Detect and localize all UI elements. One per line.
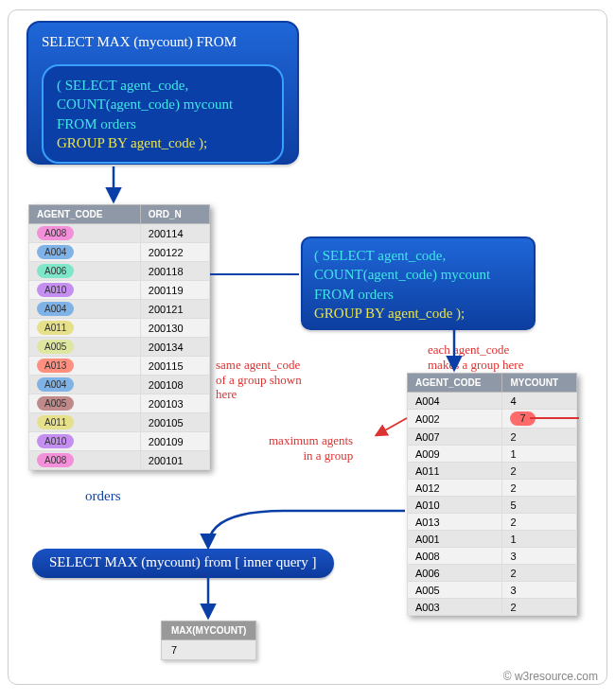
ord-cell: 200105 xyxy=(140,413,209,432)
inner-l4: GROUP BY agent_code ); xyxy=(57,133,269,152)
table-row: A010200109 xyxy=(29,432,210,451)
count-cell: 2 xyxy=(502,429,577,446)
table-row: A010200119 xyxy=(29,281,210,300)
agent-cell: A010 xyxy=(408,497,502,514)
table-row: A0044 xyxy=(408,393,577,410)
table-row: A011200130 xyxy=(29,319,210,338)
table-row: A0132 xyxy=(408,514,577,531)
inner2-l1: ( SELECT agent_code, xyxy=(314,246,522,265)
ord-cell: 200122 xyxy=(140,243,209,262)
agent-pill: A013 xyxy=(37,359,74,373)
count-cell: 4 xyxy=(502,393,577,410)
table-row: A0011 xyxy=(408,531,577,548)
agent-pill: A004 xyxy=(37,245,74,259)
agent-cell: A008 xyxy=(408,548,502,565)
table-row: A005200103 xyxy=(29,394,210,413)
table-row: A008200101 xyxy=(29,451,210,470)
note-same-group: same agent_code of a group shown here xyxy=(216,358,302,402)
orders-caption: orders xyxy=(85,488,121,504)
inner2-l4: GROUP BY agent_code ); xyxy=(314,304,522,323)
note-max: maximum agents in a group xyxy=(269,433,353,463)
orders-th-ord: ORD_N xyxy=(140,205,209,224)
table-row: A0122 xyxy=(408,480,577,497)
agent-cell: A013 xyxy=(408,514,502,531)
table-row: A011200105 xyxy=(29,413,210,432)
table-row: A0062 xyxy=(408,565,577,582)
agent-pill: A008 xyxy=(37,226,74,240)
agent-cell: A012 xyxy=(408,480,502,497)
table-row: A0027 xyxy=(408,410,577,429)
inner-l3: FROM orders xyxy=(57,114,269,133)
ord-cell: 200103 xyxy=(140,394,209,413)
count-cell: 2 xyxy=(502,514,577,531)
count-cell: 5 xyxy=(502,497,577,514)
ord-cell: 200108 xyxy=(140,376,209,394)
inner2-l3: FROM orders xyxy=(314,285,522,304)
agent-cell: A011 xyxy=(408,463,502,480)
table-row: A0105 xyxy=(408,497,577,514)
agent-pill: A004 xyxy=(37,302,74,316)
table-row: A013200115 xyxy=(29,357,210,376)
ord-cell: 200134 xyxy=(140,338,209,357)
ord-cell: 200118 xyxy=(140,262,209,281)
count-cell: 2 xyxy=(502,480,577,497)
table-row: A0053 xyxy=(408,582,577,599)
agent-cell: A007 xyxy=(408,429,502,446)
agent-pill: A010 xyxy=(37,434,74,448)
ord-cell: 200119 xyxy=(140,281,209,300)
agent-pill: A006 xyxy=(37,264,74,278)
inner-query-card-right: ( SELECT agent_code, COUNT(agent_code) m… xyxy=(301,236,536,330)
ord-cell: 200121 xyxy=(140,300,209,319)
table-row: A004200122 xyxy=(29,243,210,262)
group-th-agent: AGENT_CODE xyxy=(408,374,502,393)
inner2-l2: COUNT(agent_code) mycount xyxy=(314,265,522,284)
count-cell: 2 xyxy=(502,565,577,582)
count-cell: 2 xyxy=(502,599,577,616)
count-cell: 2 xyxy=(502,463,577,480)
table-row: A0072 xyxy=(408,429,577,446)
agent-pill: A004 xyxy=(37,377,74,392)
agent-cell: A002 xyxy=(408,410,502,429)
orders-th-agent: AGENT_CODE xyxy=(29,205,141,224)
agent-cell: A004 xyxy=(408,393,502,410)
agent-pill: A010 xyxy=(37,283,74,297)
result-value: 7 xyxy=(162,640,256,660)
outer-query-card: SELECT MAX (mycount) FROM ( SELECT agent… xyxy=(26,21,299,165)
table-row: A0032 xyxy=(408,599,577,616)
highlight-pill: 7 xyxy=(510,411,535,426)
table-row: A006200118 xyxy=(29,262,210,281)
ord-cell: 200115 xyxy=(140,357,209,376)
count-cell: 3 xyxy=(502,582,577,599)
count-cell: 7 xyxy=(502,410,577,429)
table-row: A0112 xyxy=(408,463,577,480)
count-cell: 1 xyxy=(502,531,577,548)
agent-cell: A009 xyxy=(408,446,502,463)
result-table: MAX(MYCOUNT) 7 xyxy=(161,621,256,660)
outer-query-text: SELECT MAX (mycount) FROM xyxy=(42,32,284,51)
inner-query-card: ( SELECT agent_code, COUNT(agent_code) m… xyxy=(42,64,284,164)
table-row: A008200114 xyxy=(29,224,210,243)
table-row: A005200134 xyxy=(29,338,210,357)
ord-cell: 200101 xyxy=(140,451,209,470)
count-cell: 1 xyxy=(502,446,577,463)
agent-pill: A011 xyxy=(37,321,74,335)
table-row: A004200108 xyxy=(29,376,210,394)
table-row: A004200121 xyxy=(29,300,210,319)
inner-l2: COUNT(agent_code) mycount xyxy=(57,95,269,114)
agent-pill: A008 xyxy=(37,453,74,467)
count-cell: 3 xyxy=(502,548,577,565)
group-table: AGENT_CODE MYCOUNT A0044A0027A0072A0091A… xyxy=(407,373,577,616)
agent-cell: A003 xyxy=(408,599,502,616)
final-query-oval: SELECT MAX (mycount) from [ inner query … xyxy=(32,549,334,578)
inner-l1: ( SELECT agent_code, xyxy=(57,76,269,95)
agent-cell: A006 xyxy=(408,565,502,582)
credit-text: © w3resource.com xyxy=(503,670,598,683)
ord-cell: 200130 xyxy=(140,319,209,338)
ord-cell: 200109 xyxy=(140,432,209,451)
agent-pill: A005 xyxy=(37,340,74,354)
agent-pill: A011 xyxy=(37,415,74,429)
agent-pill: A005 xyxy=(37,396,74,411)
table-row: A0091 xyxy=(408,446,577,463)
table-row: A0083 xyxy=(408,548,577,565)
note-each-group: each agent_code makes a group here xyxy=(428,342,523,372)
